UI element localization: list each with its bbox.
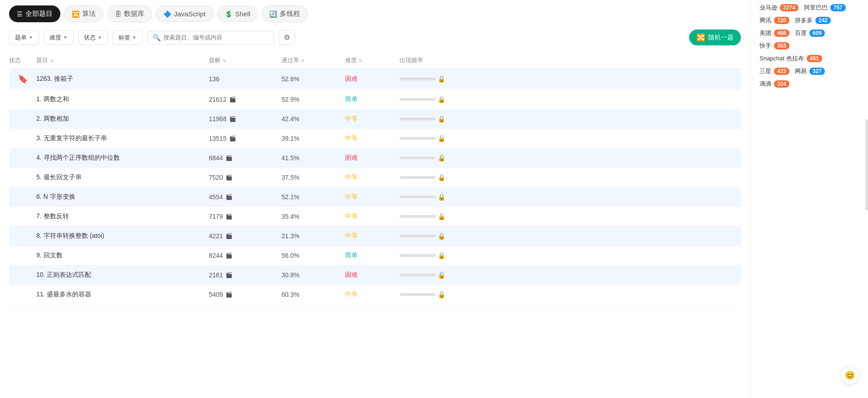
problem-title[interactable]: 5. 最长回文子串 [36,173,82,182]
col-title-label: 题目 [36,56,48,64]
problem-title[interactable]: 4. 寻找两个正序数组的中位数 [36,154,120,162]
table-row[interactable]: 10. 正则表达式匹配 2161 🎬 30.8% 困难 🔒 [9,265,741,285]
solutions-cell: 2161 🎬 [209,271,281,279]
video-icon: 🎬 [229,135,236,142]
frequency-cell: 🔒 [399,213,741,220]
company-item[interactable]: 美团 468 [760,29,789,37]
tab-label: 算法 [82,10,96,18]
tab-all[interactable]: ☰全部题目 [9,5,60,22]
problem-title[interactable]: 2. 两数相加 [36,115,69,123]
problem-title[interactable]: 1263. 推箱子 [36,75,73,83]
difficulty-label: 中等 [345,173,358,181]
table-row[interactable]: 8. 字符串转换整数 (atoi) 4221 🎬 21.3% 中等 🔒 [9,226,741,246]
tab-algorithm[interactable]: 🔀算法 [64,5,104,22]
frequency-cell: 🔒 [399,135,741,142]
difficulty-cell: 简单 [345,251,399,260]
video-icon: 🎬 [226,291,232,298]
settings-button[interactable]: ⚙ [279,30,295,45]
difficulty-label: 困难 [345,154,358,161]
search-input[interactable] [163,34,268,41]
company-row: 滴滴 324 [760,80,859,88]
table-row[interactable]: 9. 回文数 8244 🎬 56.0% 简单 🔒 [9,246,741,265]
frequency-cell: 🔒 [399,291,741,298]
company-item[interactable]: 百度 609 [795,29,825,37]
solutions-cell: 5409 🎬 [209,291,281,298]
solutions-cell: 21612 🎬 [209,96,281,103]
company-item[interactable]: 阿里巴巴 757 [804,4,846,12]
pass-rate-value: 39.1% [281,135,300,142]
search-box: 🔍 [147,31,274,44]
tab-multithread[interactable]: 🔄多线程 [261,5,308,22]
pass-rate-value: 42.4% [281,115,300,123]
problem-title[interactable]: 8. 字符串转换整数 (atoi) [36,232,104,240]
table-row[interactable]: 4. 寻找两个正序数组的中位数 6844 🎬 41.5% 困难 🔒 [9,148,741,168]
company-item[interactable]: 快手 353 [760,42,789,50]
scrollbar[interactable] [865,119,868,210]
difficulty-label: 中等 [345,212,358,220]
solutions-cell: 11968 🎬 [209,115,281,123]
company-item[interactable]: 腾讯 720 [760,16,789,25]
difficulty-cell: 中等 [345,193,399,201]
company-name: Snapchat 色拉布 [760,54,804,63]
solutions-cell: 6844 🎬 [209,154,281,162]
frequency-cell: 🔒 [399,154,741,162]
company-item[interactable]: 滴滴 324 [760,80,789,88]
feedback-button[interactable]: 😊 [841,366,859,384]
table-row[interactable]: 2. 两数相加 11968 🎬 42.4% 中等 🔒 [9,109,741,129]
difficulty-label: 中等 [345,232,358,239]
filter-tag-btn[interactable]: 标签 ▼ [113,30,143,45]
sort-icon[interactable]: ⇅ [222,58,226,63]
filter-status-btn[interactable]: 状态 ▼ [78,30,108,45]
table-row[interactable]: 5. 最长回文子串 7520 🎬 37.5% 中等 🔒 [9,168,741,187]
tab-database[interactable]: 🗄数据库 [107,5,152,22]
pass-rate-cell: 37.5% [281,174,345,181]
company-badge: 242 [815,17,831,24]
company-item[interactable]: 网易 327 [795,67,825,75]
problem-title[interactable]: 11. 盛最多水的容器 [36,290,91,299]
frequency-bar-wrapper: 🔒 [399,193,445,201]
table-row[interactable]: 7. 整数反转 7179 🎬 35.4% 中等 🔒 [9,207,741,226]
pass-rate-cell: 56.0% [281,252,345,259]
frequency-cell: 🔒 [399,271,741,279]
sort-icon[interactable]: ⇅ [301,58,305,63]
table-row[interactable]: 6. N 字形变换 4554 🎬 52.1% 中等 🔒 [9,187,741,207]
difficulty-cell: 困难 [345,75,399,83]
problem-title[interactable]: 6. N 字形变换 [36,193,75,201]
problem-title[interactable]: 3. 无重复字符的最长子串 [36,134,107,142]
company-item[interactable]: 拼多多 242 [795,16,831,25]
difficulty-label: 困难 [345,75,358,82]
problem-title[interactable]: 9. 回文数 [36,251,63,260]
problem-title[interactable]: 1. 两数之和 [36,95,69,103]
sort-icon[interactable]: ⇅ [359,58,362,63]
frequency-bar [399,293,436,296]
company-row: 三星 423 网易 327 [760,67,859,75]
problem-title[interactable]: 10. 正则表达式匹配 [36,271,91,279]
table-row[interactable]: 3. 无重复字符的最长子串 13515 🎬 39.1% 中等 🔒 [9,129,741,148]
company-name: 阿里巴巴 [804,4,828,12]
frequency-bar [399,157,436,159]
filter-list-btn[interactable]: 题单 ▼ [9,30,39,45]
company-item[interactable]: 业马逊 2274 [760,4,799,12]
table-row[interactable]: 🔖 1263. 推箱子 136 52.6% 困难 🔒 [9,69,741,90]
pass-rate-value: 60.3% [281,291,300,298]
table-row[interactable]: 11. 盛最多水的容器 5409 🎬 60.3% 中等 🔒 [9,285,741,305]
sort-icon[interactable]: ⇅ [50,58,54,63]
company-badge: 468 [774,29,789,37]
problem-title[interactable]: 7. 整数反转 [36,212,69,221]
chevron-down-icon: ▼ [98,35,102,40]
status-cell: 🔖 [9,74,36,84]
company-item[interactable]: 三星 423 [760,67,789,75]
table-row[interactable]: 1. 两数之和 21612 🎬 52.9% 简单 🔒 [9,90,741,109]
company-item[interactable]: Snapchat 色拉布 451 [760,54,822,63]
video-icon: 🎬 [229,116,236,122]
lock-icon: 🔒 [438,135,445,142]
tab-javascript[interactable]: 🔷JavaScript [156,6,213,22]
solutions-cell: 136 [209,75,281,83]
tab-shell[interactable]: 💲Shell [217,6,258,22]
pass-rate-cell: 42.4% [281,115,345,123]
company-badge: 609 [809,29,825,37]
lock-icon: 🔒 [438,232,445,240]
filter-difficulty-btn[interactable]: 难度 ▼ [44,30,74,45]
random-problem-button[interactable]: 🔀 随机一题 [689,29,741,45]
col-pass-rate-label: 通过率 [281,56,299,64]
